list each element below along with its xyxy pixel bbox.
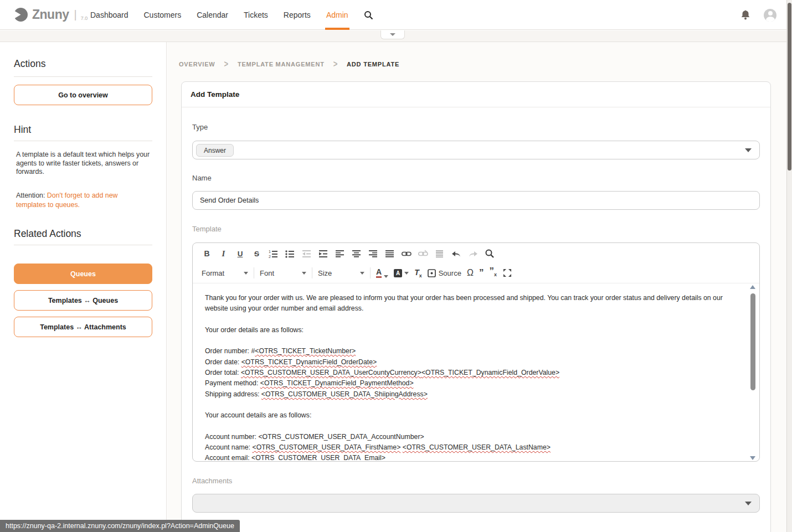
size-label: Size: [318, 269, 332, 277]
outdent-icon[interactable]: [301, 249, 312, 259]
type-selected-pill[interactable]: Answer: [196, 144, 234, 157]
editor-toolbar-row1: B I U S 12: [202, 248, 495, 259]
template-label: Template: [192, 225, 222, 233]
quote-remove-glyph: ”: [489, 266, 494, 276]
editor-line: Payment method: <OTRS_TICKET_DynamicFiel…: [205, 378, 736, 389]
templates-attachments-button[interactable]: Templates ↔ Attachments: [14, 317, 152, 337]
nav-item-reports[interactable]: Reports: [284, 0, 311, 30]
divider: [14, 141, 152, 141]
hint-text: A template is a default text which helps…: [16, 151, 153, 177]
link-icon[interactable]: [401, 249, 412, 259]
bold-icon[interactable]: B: [202, 249, 212, 259]
svg-text:1: 1: [269, 250, 271, 254]
justify-icon[interactable]: [384, 249, 395, 259]
chevron-right-icon: >: [224, 59, 229, 69]
editor-line: Account name: <OTRS_CUSTOMER_USER_DATA_F…: [205, 442, 736, 453]
nav-item-admin[interactable]: Admin: [326, 0, 348, 30]
name-input[interactable]: Send Order Details: [192, 191, 760, 210]
maximize-icon[interactable]: [502, 268, 513, 278]
search-button[interactable]: [364, 0, 373, 30]
size-dropdown[interactable]: Size: [318, 269, 364, 277]
logo-version: 7.0: [81, 16, 88, 21]
chevron-down-icon: [302, 272, 306, 275]
queues-button[interactable]: Queues: [14, 264, 152, 284]
editor-line: Account number: <OTRS_CUSTOMER_USER_DATA…: [205, 432, 736, 442]
attachments-select[interactable]: [192, 494, 760, 513]
source-icon: [428, 269, 436, 277]
attention-label: Attention:: [16, 192, 45, 199]
text-color-icon: A: [376, 268, 382, 278]
sidebar: Actions Go to overview Hint A template i…: [0, 42, 167, 532]
editor-line: Your order details are as follows:: [205, 325, 736, 335]
font-dropdown[interactable]: Font: [260, 269, 306, 277]
editor-line: Account email: <OTRS_CUSTOMER_USER_DATA_…: [205, 453, 736, 462]
redo-icon[interactable]: [467, 249, 478, 259]
scroll-down-arrow[interactable]: [750, 456, 755, 460]
logo-separator: |: [74, 8, 77, 21]
breadcrumb-template-management[interactable]: TEMPLATE MANAGEMENT: [238, 61, 325, 68]
hint-heading: Hint: [14, 124, 31, 136]
line-spacing-icon[interactable]: [434, 249, 445, 259]
divider: [254, 267, 254, 278]
chevron-down-icon: [360, 272, 364, 275]
znuny-logo[interactable]: Znuny | 7.0: [13, 7, 88, 22]
breadcrumb: OVERVIEW > TEMPLATE MANAGEMENT > ADD TEM…: [179, 60, 399, 68]
card-title: Add Template: [191, 90, 239, 99]
format-dropdown[interactable]: Format: [202, 269, 248, 277]
editor-scrollbar-thumb[interactable]: [750, 293, 755, 390]
editor-line: Order date: <OTRS_TICKET_DynamicField_Or…: [205, 357, 736, 368]
align-right-icon[interactable]: [368, 249, 378, 259]
special-character-icon[interactable]: Ω: [467, 268, 474, 278]
navbar-collapse-tab[interactable]: [380, 30, 405, 39]
notifications-bell-icon[interactable]: [740, 9, 750, 20]
type-label: Type: [192, 123, 208, 131]
undo-icon[interactable]: [451, 249, 461, 259]
text-color-button[interactable]: A: [376, 268, 388, 278]
nav-item-calendar[interactable]: Calendar: [197, 0, 228, 30]
find-icon[interactable]: [484, 249, 495, 259]
bulleted-list-icon[interactable]: [285, 249, 295, 259]
nav-item-tickets[interactable]: Tickets: [244, 0, 268, 30]
quote-remove-icon[interactable]: ”x: [489, 268, 497, 277]
align-left-icon[interactable]: [335, 249, 345, 259]
strikethrough-icon[interactable]: S: [251, 249, 262, 259]
editor-content[interactable]: Thank you for your order with us. We are…: [205, 283, 736, 455]
add-template-card: Add Template Type Answer Name Send Order…: [181, 81, 771, 532]
divider: [370, 267, 371, 278]
attachments-label: Attachments: [192, 477, 232, 485]
font-label: Font: [260, 269, 274, 277]
unlink-icon[interactable]: [418, 249, 428, 259]
templates-queues-button[interactable]: Templates ↔ Queues: [14, 290, 152, 311]
underline-icon[interactable]: U: [235, 249, 245, 259]
actions-heading: Actions: [14, 58, 45, 70]
page-scrollbar-thumb[interactable]: [788, 3, 791, 171]
source-button[interactable]: Source: [428, 269, 461, 277]
chevron-down-icon: [745, 502, 752, 505]
related-actions-heading: Related Actions: [14, 228, 81, 240]
editor-line: Thank you for your order with us. We are…: [205, 293, 736, 314]
nav-item-dashboard[interactable]: Dashboard: [90, 0, 128, 30]
background-color-button[interactable]: A: [394, 269, 409, 277]
editor-line: Your account details are as follows:: [205, 410, 736, 421]
chevron-down-icon: [745, 148, 752, 152]
nav-item-customers[interactable]: Customers: [144, 0, 182, 30]
chevron-down-icon: [390, 33, 395, 36]
breadcrumb-overview[interactable]: OVERVIEW: [179, 61, 215, 68]
go-to-overview-button[interactable]: Go to overview: [14, 85, 152, 105]
remove-format-icon[interactable]: Tx: [414, 268, 422, 278]
indent-icon[interactable]: [318, 249, 328, 259]
divider: [14, 76, 152, 77]
chevron-right-icon: >: [333, 59, 338, 69]
nav-menu: Dashboard Customers Calendar Tickets Rep…: [90, 0, 373, 30]
chevron-down-icon: [384, 275, 388, 278]
align-center-icon[interactable]: [351, 249, 362, 259]
type-select[interactable]: Answer: [192, 141, 760, 159]
italic-icon[interactable]: I: [218, 249, 229, 259]
editor-toolbar-row2: Format Font Size A A Tx: [202, 266, 513, 280]
page-scrollbar: [786, 0, 792, 532]
user-avatar[interactable]: [764, 9, 776, 22]
numbered-list-icon[interactable]: 12: [268, 249, 279, 259]
quote-icon[interactable]: ”: [479, 270, 484, 276]
znuny-logo-icon: [13, 7, 28, 22]
scroll-up-arrow[interactable]: [750, 285, 755, 289]
